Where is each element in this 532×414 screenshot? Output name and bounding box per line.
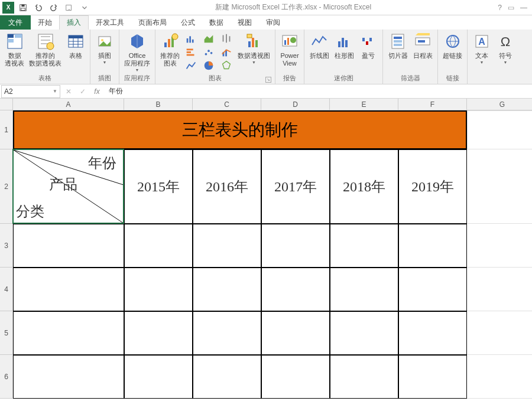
cell[interactable]	[261, 355, 330, 399]
cell[interactable]	[330, 355, 398, 399]
cell[interactable]	[261, 311, 330, 355]
scatter-chart-button[interactable]	[201, 45, 216, 58]
insert-function-button[interactable]: fx	[90, 87, 104, 96]
minimize-button[interactable]: —	[520, 4, 527, 12]
tab-formulas[interactable]: 公式	[174, 15, 202, 30]
cell[interactable]	[124, 311, 193, 355]
select-all-corner[interactable]	[0, 99, 13, 110]
column-header[interactable]: D	[261, 99, 330, 110]
sparkline-line-button[interactable]: 折线图	[307, 31, 332, 61]
row-header[interactable]: 2	[0, 149, 13, 224]
cell[interactable]	[467, 224, 532, 268]
tab-home[interactable]: 开始	[31, 15, 59, 30]
office-apps-button[interactable]: Office 应用程序 ▼	[122, 31, 153, 73]
help-button[interactable]: ?	[498, 4, 502, 12]
tab-data[interactable]: 数据	[202, 15, 231, 30]
cell[interactable]	[398, 224, 467, 268]
cell[interactable]	[467, 355, 532, 399]
table-button[interactable]: 表格	[64, 31, 87, 61]
stock-chart-button[interactable]	[219, 32, 234, 45]
cell-diagonal-header[interactable]: 年份 产品 分类	[13, 149, 124, 224]
cell-year[interactable]: 2019年	[398, 149, 467, 224]
cell[interactable]	[193, 355, 261, 399]
cell[interactable]	[467, 110, 532, 149]
worksheet-grid[interactable]: ABCDEFG 123456 三栏表头的制作 年份 产品 分类 2015年 20…	[0, 99, 532, 414]
cell[interactable]	[13, 311, 124, 355]
pivotchart-button[interactable]: 数据透视图 ▼	[235, 31, 273, 66]
cell[interactable]	[124, 268, 193, 311]
cell-year[interactable]: 2018年	[330, 149, 398, 224]
cell[interactable]	[193, 268, 261, 311]
text-button[interactable]: A 文本 ▼	[470, 31, 494, 66]
tab-developer[interactable]: 开发工具	[89, 15, 131, 30]
cell[interactable]	[398, 355, 467, 399]
cell-year[interactable]: 2015年	[124, 149, 193, 224]
enter-button[interactable]: ✓	[76, 87, 90, 96]
cell-year[interactable]: 2017年	[261, 149, 330, 224]
slicer-button[interactable]: 切片器	[385, 31, 410, 61]
hyperlink-button[interactable]: 超链接	[440, 31, 465, 61]
cell[interactable]	[467, 149, 532, 224]
tab-insert[interactable]: 插入	[59, 15, 89, 30]
cell[interactable]	[193, 311, 261, 355]
area-chart-button[interactable]	[201, 32, 216, 45]
column-chart-button[interactable]	[183, 32, 199, 45]
column-header[interactable]: F	[398, 99, 467, 110]
qat-more-button[interactable]	[63, 1, 76, 14]
formula-input[interactable]: 年份	[104, 86, 532, 96]
symbols-button[interactable]: Ω 符号 ▼	[494, 31, 517, 66]
tab-pagelayout[interactable]: 页面布局	[131, 15, 174, 30]
ribbon-options-button[interactable]: ▭	[508, 4, 514, 12]
undo-button[interactable]	[32, 1, 45, 14]
timeline-button[interactable]: 日程表	[410, 31, 435, 61]
row-header[interactable]: 1	[0, 110, 13, 149]
cell[interactable]	[13, 224, 124, 268]
bar-chart-button[interactable]	[183, 45, 199, 58]
column-header[interactable]: G	[467, 99, 532, 110]
line-chart-button[interactable]	[183, 59, 199, 72]
cell[interactable]	[261, 224, 330, 268]
pie-chart-button[interactable]	[201, 59, 216, 72]
cell[interactable]	[13, 268, 124, 311]
combo-chart-button[interactable]	[219, 45, 234, 58]
cell[interactable]	[124, 224, 193, 268]
cell[interactable]	[193, 224, 261, 268]
name-box[interactable]: A2 ▼	[1, 85, 60, 98]
redo-button[interactable]	[47, 1, 60, 14]
tab-file[interactable]: 文件	[0, 15, 31, 30]
pivottable-button[interactable]: 数据 透视表	[2, 31, 27, 69]
cell[interactable]	[124, 355, 193, 399]
sparkline-column-button[interactable]: 柱形图	[332, 31, 356, 61]
powerview-button[interactable]: Power View	[278, 31, 301, 69]
column-header[interactable]: E	[330, 99, 398, 110]
column-header[interactable]: A	[13, 99, 124, 110]
row-header[interactable]: 3	[0, 224, 13, 268]
cell[interactable]	[330, 311, 398, 355]
column-header[interactable]: C	[193, 99, 261, 110]
row-header[interactable]: 5	[0, 311, 13, 355]
cancel-button[interactable]: ✕	[61, 87, 76, 96]
cell[interactable]	[398, 311, 467, 355]
tab-review[interactable]: 审阅	[259, 15, 287, 30]
dialog-launcher[interactable]: ↘	[265, 77, 271, 83]
cell[interactable]	[467, 311, 532, 355]
cell-title[interactable]: 三栏表头的制作	[13, 110, 467, 149]
cell[interactable]	[330, 268, 398, 311]
cell[interactable]	[13, 355, 124, 399]
recommended-charts-button[interactable]: 推荐的 图表	[158, 31, 182, 69]
row-header[interactable]: 4	[0, 268, 13, 311]
qat-customize-button[interactable]	[78, 1, 91, 14]
tab-view[interactable]: 视图	[231, 15, 259, 30]
cell[interactable]	[467, 268, 532, 311]
cell[interactable]	[261, 268, 330, 311]
sparkline-winloss-button[interactable]: 盈亏	[356, 31, 380, 61]
radar-chart-button[interactable]	[219, 59, 234, 72]
cell[interactable]	[330, 224, 398, 268]
row-header[interactable]: 6	[0, 355, 13, 399]
column-header[interactable]: B	[124, 99, 193, 110]
cell-year[interactable]: 2016年	[193, 149, 261, 224]
recommended-pivot-button[interactable]: 推荐的 数据透视表	[27, 31, 64, 69]
save-button[interactable]	[17, 1, 30, 14]
cell[interactable]	[398, 268, 467, 311]
illustrations-button[interactable]: 插图 ▼	[93, 31, 116, 66]
